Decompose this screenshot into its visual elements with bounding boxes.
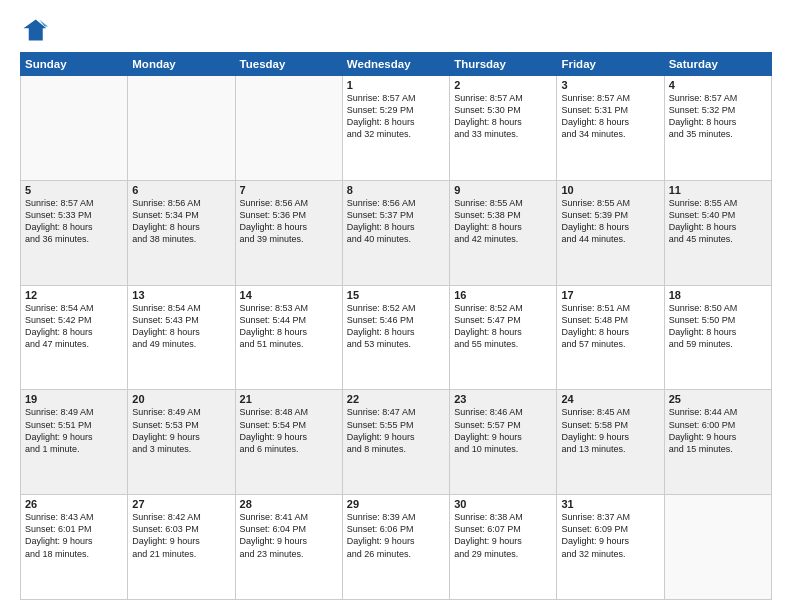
day-number: 31 <box>561 498 659 510</box>
calendar-cell: 4Sunrise: 8:57 AMSunset: 5:32 PMDaylight… <box>664 76 771 181</box>
day-number: 17 <box>561 289 659 301</box>
week-row-3: 12Sunrise: 8:54 AMSunset: 5:42 PMDayligh… <box>21 285 772 390</box>
calendar-cell: 25Sunrise: 8:44 AMSunset: 6:00 PMDayligh… <box>664 390 771 495</box>
logo-icon <box>20 16 48 44</box>
weekday-header-wednesday: Wednesday <box>342 53 449 76</box>
day-info: Sunrise: 8:56 AMSunset: 5:34 PMDaylight:… <box>132 197 230 246</box>
calendar-cell: 24Sunrise: 8:45 AMSunset: 5:58 PMDayligh… <box>557 390 664 495</box>
calendar-cell: 6Sunrise: 8:56 AMSunset: 5:34 PMDaylight… <box>128 180 235 285</box>
calendar-cell: 1Sunrise: 8:57 AMSunset: 5:29 PMDaylight… <box>342 76 449 181</box>
day-number: 29 <box>347 498 445 510</box>
day-info: Sunrise: 8:57 AMSunset: 5:29 PMDaylight:… <box>347 92 445 141</box>
day-info: Sunrise: 8:48 AMSunset: 5:54 PMDaylight:… <box>240 406 338 455</box>
weekday-header-sunday: Sunday <box>21 53 128 76</box>
day-number: 26 <box>25 498 123 510</box>
calendar-cell: 14Sunrise: 8:53 AMSunset: 5:44 PMDayligh… <box>235 285 342 390</box>
day-number: 18 <box>669 289 767 301</box>
calendar-cell: 3Sunrise: 8:57 AMSunset: 5:31 PMDaylight… <box>557 76 664 181</box>
day-number: 2 <box>454 79 552 91</box>
logo <box>20 16 52 44</box>
day-info: Sunrise: 8:52 AMSunset: 5:46 PMDaylight:… <box>347 302 445 351</box>
day-number: 7 <box>240 184 338 196</box>
day-info: Sunrise: 8:50 AMSunset: 5:50 PMDaylight:… <box>669 302 767 351</box>
calendar-cell <box>664 495 771 600</box>
day-info: Sunrise: 8:56 AMSunset: 5:36 PMDaylight:… <box>240 197 338 246</box>
day-number: 9 <box>454 184 552 196</box>
calendar-cell: 10Sunrise: 8:55 AMSunset: 5:39 PMDayligh… <box>557 180 664 285</box>
day-number: 6 <box>132 184 230 196</box>
day-info: Sunrise: 8:54 AMSunset: 5:43 PMDaylight:… <box>132 302 230 351</box>
calendar-cell: 2Sunrise: 8:57 AMSunset: 5:30 PMDaylight… <box>450 76 557 181</box>
calendar-cell: 12Sunrise: 8:54 AMSunset: 5:42 PMDayligh… <box>21 285 128 390</box>
calendar-cell: 27Sunrise: 8:42 AMSunset: 6:03 PMDayligh… <box>128 495 235 600</box>
week-row-2: 5Sunrise: 8:57 AMSunset: 5:33 PMDaylight… <box>21 180 772 285</box>
day-info: Sunrise: 8:49 AMSunset: 5:51 PMDaylight:… <box>25 406 123 455</box>
day-info: Sunrise: 8:52 AMSunset: 5:47 PMDaylight:… <box>454 302 552 351</box>
calendar-cell: 17Sunrise: 8:51 AMSunset: 5:48 PMDayligh… <box>557 285 664 390</box>
day-info: Sunrise: 8:47 AMSunset: 5:55 PMDaylight:… <box>347 406 445 455</box>
day-number: 20 <box>132 393 230 405</box>
week-row-1: 1Sunrise: 8:57 AMSunset: 5:29 PMDaylight… <box>21 76 772 181</box>
weekday-header-thursday: Thursday <box>450 53 557 76</box>
day-info: Sunrise: 8:55 AMSunset: 5:38 PMDaylight:… <box>454 197 552 246</box>
calendar-cell <box>21 76 128 181</box>
day-number: 21 <box>240 393 338 405</box>
day-number: 28 <box>240 498 338 510</box>
calendar-cell: 31Sunrise: 8:37 AMSunset: 6:09 PMDayligh… <box>557 495 664 600</box>
calendar-cell: 16Sunrise: 8:52 AMSunset: 5:47 PMDayligh… <box>450 285 557 390</box>
day-info: Sunrise: 8:56 AMSunset: 5:37 PMDaylight:… <box>347 197 445 246</box>
day-info: Sunrise: 8:49 AMSunset: 5:53 PMDaylight:… <box>132 406 230 455</box>
calendar-cell: 20Sunrise: 8:49 AMSunset: 5:53 PMDayligh… <box>128 390 235 495</box>
calendar-table: SundayMondayTuesdayWednesdayThursdayFrid… <box>20 52 772 600</box>
calendar-cell: 18Sunrise: 8:50 AMSunset: 5:50 PMDayligh… <box>664 285 771 390</box>
weekday-header-row: SundayMondayTuesdayWednesdayThursdayFrid… <box>21 53 772 76</box>
week-row-4: 19Sunrise: 8:49 AMSunset: 5:51 PMDayligh… <box>21 390 772 495</box>
calendar-cell: 9Sunrise: 8:55 AMSunset: 5:38 PMDaylight… <box>450 180 557 285</box>
day-info: Sunrise: 8:45 AMSunset: 5:58 PMDaylight:… <box>561 406 659 455</box>
weekday-header-monday: Monday <box>128 53 235 76</box>
day-info: Sunrise: 8:41 AMSunset: 6:04 PMDaylight:… <box>240 511 338 560</box>
calendar-cell: 11Sunrise: 8:55 AMSunset: 5:40 PMDayligh… <box>664 180 771 285</box>
calendar-cell: 29Sunrise: 8:39 AMSunset: 6:06 PMDayligh… <box>342 495 449 600</box>
calendar-cell: 26Sunrise: 8:43 AMSunset: 6:01 PMDayligh… <box>21 495 128 600</box>
calendar-cell: 28Sunrise: 8:41 AMSunset: 6:04 PMDayligh… <box>235 495 342 600</box>
day-info: Sunrise: 8:39 AMSunset: 6:06 PMDaylight:… <box>347 511 445 560</box>
day-number: 1 <box>347 79 445 91</box>
day-number: 12 <box>25 289 123 301</box>
day-info: Sunrise: 8:57 AMSunset: 5:33 PMDaylight:… <box>25 197 123 246</box>
day-info: Sunrise: 8:54 AMSunset: 5:42 PMDaylight:… <box>25 302 123 351</box>
day-info: Sunrise: 8:55 AMSunset: 5:40 PMDaylight:… <box>669 197 767 246</box>
week-row-5: 26Sunrise: 8:43 AMSunset: 6:01 PMDayligh… <box>21 495 772 600</box>
day-number: 14 <box>240 289 338 301</box>
day-number: 19 <box>25 393 123 405</box>
day-info: Sunrise: 8:46 AMSunset: 5:57 PMDaylight:… <box>454 406 552 455</box>
calendar-cell: 5Sunrise: 8:57 AMSunset: 5:33 PMDaylight… <box>21 180 128 285</box>
day-number: 3 <box>561 79 659 91</box>
calendar-cell: 23Sunrise: 8:46 AMSunset: 5:57 PMDayligh… <box>450 390 557 495</box>
calendar-cell <box>128 76 235 181</box>
day-number: 15 <box>347 289 445 301</box>
day-info: Sunrise: 8:42 AMSunset: 6:03 PMDaylight:… <box>132 511 230 560</box>
day-info: Sunrise: 8:53 AMSunset: 5:44 PMDaylight:… <box>240 302 338 351</box>
day-info: Sunrise: 8:57 AMSunset: 5:31 PMDaylight:… <box>561 92 659 141</box>
day-number: 5 <box>25 184 123 196</box>
day-number: 27 <box>132 498 230 510</box>
day-info: Sunrise: 8:38 AMSunset: 6:07 PMDaylight:… <box>454 511 552 560</box>
calendar-cell: 13Sunrise: 8:54 AMSunset: 5:43 PMDayligh… <box>128 285 235 390</box>
day-number: 22 <box>347 393 445 405</box>
calendar-cell: 21Sunrise: 8:48 AMSunset: 5:54 PMDayligh… <box>235 390 342 495</box>
page: SundayMondayTuesdayWednesdayThursdayFrid… <box>0 0 792 612</box>
calendar-cell: 22Sunrise: 8:47 AMSunset: 5:55 PMDayligh… <box>342 390 449 495</box>
day-info: Sunrise: 8:57 AMSunset: 5:30 PMDaylight:… <box>454 92 552 141</box>
calendar-cell: 15Sunrise: 8:52 AMSunset: 5:46 PMDayligh… <box>342 285 449 390</box>
calendar-cell: 7Sunrise: 8:56 AMSunset: 5:36 PMDaylight… <box>235 180 342 285</box>
calendar-cell: 8Sunrise: 8:56 AMSunset: 5:37 PMDaylight… <box>342 180 449 285</box>
day-info: Sunrise: 8:43 AMSunset: 6:01 PMDaylight:… <box>25 511 123 560</box>
day-number: 11 <box>669 184 767 196</box>
weekday-header-tuesday: Tuesday <box>235 53 342 76</box>
day-number: 24 <box>561 393 659 405</box>
day-info: Sunrise: 8:44 AMSunset: 6:00 PMDaylight:… <box>669 406 767 455</box>
header <box>20 16 772 44</box>
day-info: Sunrise: 8:51 AMSunset: 5:48 PMDaylight:… <box>561 302 659 351</box>
weekday-header-saturday: Saturday <box>664 53 771 76</box>
